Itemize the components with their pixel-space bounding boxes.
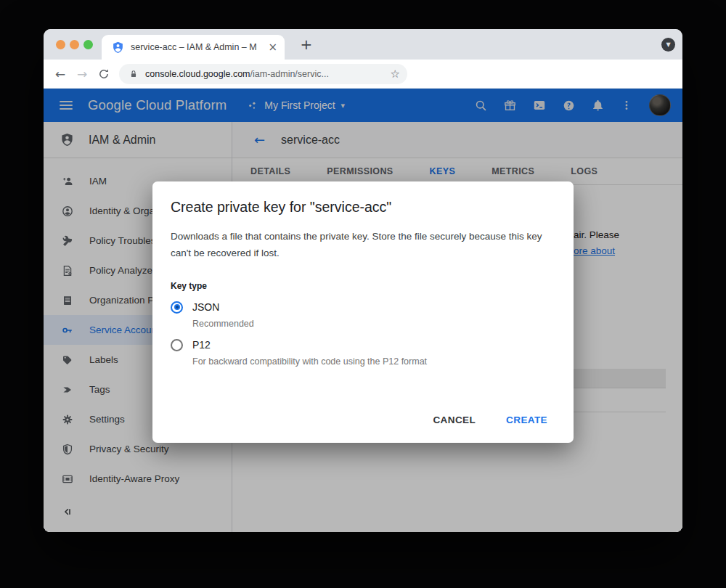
browser-window: service-acc – IAM & Admin – M × + ▼ ← → …	[44, 29, 682, 532]
url-domain: console.cloud.google.com	[145, 69, 250, 79]
cancel-button[interactable]: CANCEL	[421, 407, 487, 433]
radio-p12[interactable]	[171, 339, 183, 351]
key-type-option-p12: P12 For backward compatibility with code…	[171, 337, 555, 367]
window-minimize-button[interactable]	[70, 40, 79, 49]
key-type-option-json: JSON Recommended	[171, 299, 555, 329]
url-path: /iam-admin/servic...	[250, 69, 329, 79]
iam-shield-favicon-icon	[112, 41, 124, 54]
window-zoom-button[interactable]	[83, 40, 93, 49]
chevron-down-icon: ▼	[666, 42, 670, 48]
lock-icon	[129, 69, 139, 79]
browser-profile-menu-button[interactable]: ▼	[661, 38, 675, 52]
key-type-label: Key type	[171, 281, 555, 291]
browser-tab[interactable]: service-acc – IAM & Admin – M ×	[102, 35, 285, 60]
bookmark-star-icon[interactable]: ☆	[391, 68, 400, 81]
radio-json[interactable]	[171, 301, 183, 314]
dialog-title: Create private key for "service-acc"	[171, 197, 555, 216]
tab-close-icon[interactable]: ×	[268, 42, 277, 53]
window-traffic-lights	[56, 40, 93, 49]
dialog-body: Downloads a file that contains the priva…	[171, 229, 555, 261]
back-button[interactable]: ←	[49, 67, 71, 81]
window-close-button[interactable]	[56, 40, 65, 49]
create-private-key-dialog: Create private key for "service-acc" Dow…	[152, 181, 574, 443]
reload-button[interactable]	[93, 68, 115, 80]
forward-button[interactable]: →	[71, 67, 93, 81]
tab-title: service-acc – IAM & Admin – M	[131, 42, 258, 52]
screenshot-stage: service-acc – IAM & Admin – M × + ▼ ← → …	[0, 0, 726, 588]
new-tab-button[interactable]: +	[296, 34, 317, 54]
browser-tab-strip: service-acc – IAM & Admin – M × + ▼	[44, 29, 682, 60]
create-button[interactable]: CREATE	[494, 407, 559, 433]
address-bar[interactable]: console.cloud.google.com/iam-admin/servi…	[119, 64, 407, 84]
browser-toolbar: ← → console.cloud.google.com/iam-admin/s…	[44, 60, 682, 89]
